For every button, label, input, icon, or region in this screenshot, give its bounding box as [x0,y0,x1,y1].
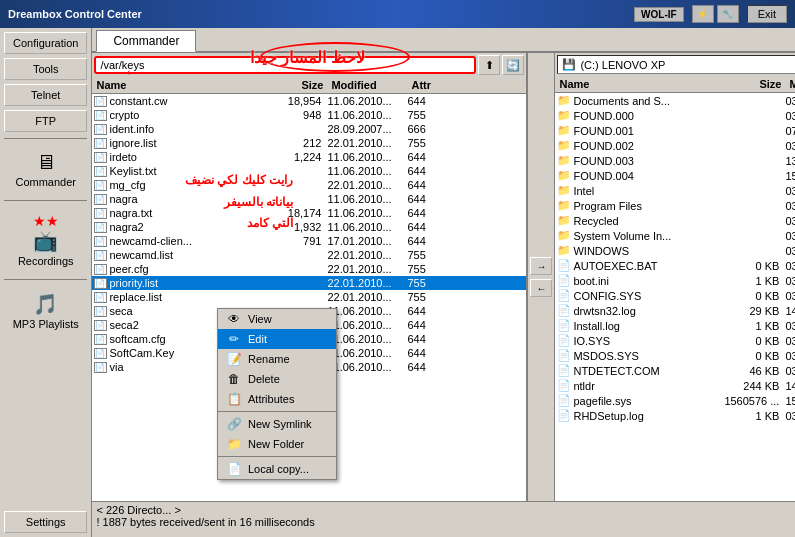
drive-selector[interactable]: 💾 (C:) LENOVO XP ▼ [557,55,795,74]
status-line-2: ! 1887 bytes received/sent in 16 millise… [96,516,795,528]
left-file-row[interactable]: 📄 newcamd.list 22.01.2010... 755 [92,248,526,262]
sidebar: Configuration Tools Telnet FTP 🖥 Command… [0,28,92,537]
col-attr-header: Attr [407,79,447,91]
ctx-new-symlink[interactable]: 🔗 New Symlink [218,414,336,434]
icon-btn-2[interactable]: 🔧 [717,5,739,23]
ctx-delete[interactable]: 🗑 Delete [218,369,336,389]
exit-button[interactable]: Exit [747,5,787,23]
transfer-left-btn[interactable]: ← [530,279,552,297]
new-symlink-icon: 🔗 [226,417,242,431]
ctx-rename[interactable]: 📝 Rename [218,349,336,369]
recordings-label: Recordings [18,255,74,267]
right-file-row[interactable]: 📄 pagefile.sys 1560576 ... 15/06/2010...… [555,393,795,408]
left-file-row[interactable]: 📄 ignore.list 212 22.01.2010... 755 [92,136,526,150]
sidebar-bottom: Settings [0,507,91,537]
right-file-row[interactable]: 📄 drwtsn32.log 29 KB 14/06/2010... A [555,303,795,318]
transfer-column: → ← [527,53,555,501]
left-file-row[interactable]: 📄 crypto 948 11.06.2010... 755 [92,108,526,122]
right-file-row[interactable]: 📁 FOUND.000 03/05/2010... HS [555,108,795,123]
drive-icon: 💾 [562,58,576,71]
right-file-row[interactable]: 📁 FOUND.003 13/06/2010... HS [555,153,795,168]
recordings-icon: 📺 [33,229,58,253]
right-file-row[interactable]: 📄 NTDETECT.COM 46 KB 03/05/2010... A [555,363,795,378]
right-file-row[interactable]: 📄 CONFIG.SYS 0 KB 03/05/2010... A [555,288,795,303]
mp3-icon: 🎵 [33,292,58,316]
col-size-header: Size [262,79,327,91]
left-file-row[interactable]: 📄 Keylist.txt 11.06.2010... 644 [92,164,526,178]
wol-badge: WOL-IF [634,7,684,22]
right-file-row[interactable]: 📁 System Volume In... 03/05/2010... HS [555,228,795,243]
sidebar-btn-tools[interactable]: Tools [4,58,87,80]
title-bar: Dreambox Control Center WOL-IF ⚡ 🔧 Exit [0,0,795,28]
right-file-row[interactable]: 📁 FOUND.001 07/06/2010... HS [555,123,795,138]
left-file-row[interactable]: 📄 nagra2 1,932 11.06.2010... 644 [92,220,526,234]
ctx-attributes-label: Attributes [248,393,294,405]
right-file-row[interactable]: 📁 FOUND.002 03/05/2010... HS [555,138,795,153]
right-file-row[interactable]: 📄 ntldr 244 KB 14/04/2008... A [555,378,795,393]
icon-group: ⚡ 🔧 [692,5,739,23]
tab-commander[interactable]: Commander [96,30,196,52]
left-file-row[interactable]: 📄 mg_cfg 22.01.2010... 644 [92,178,526,192]
left-file-row[interactable]: 📄 nagra.txt 18,174 11.06.2010... 644 [92,206,526,220]
right-file-row[interactable]: 📄 AUTOEXEC.BAT 0 KB 03/05/2010... A [555,258,795,273]
sidebar-item-commander[interactable]: 🖥 Commander [4,151,87,188]
rcol-name-header: Name [555,78,715,90]
right-file-row[interactable]: 📁 Recycled 03/05/2010... HS [555,213,795,228]
left-file-row[interactable]: 📄 priority.list 22.01.2010... 755 [92,276,526,290]
view-icon: 👁 [226,312,242,326]
left-path-text: /var/keys [100,59,144,71]
sidebar-item-recordings[interactable]: ★★ 📺 Recordings [4,213,87,267]
right-file-row[interactable]: 📄 RHDSetup.log 1 KB 03/05/2010... A [555,408,795,423]
left-file-row[interactable]: 📄 peer.cfg 22.01.2010... 755 [92,262,526,276]
left-file-row[interactable]: 📄 replace.list 22.01.2010... 755 [92,290,526,304]
left-file-row[interactable]: 📄 irdeto 1,224 11.06.2010... 644 [92,150,526,164]
ctx-edit-label: Edit [248,333,267,345]
left-file-row[interactable]: 📄 nagra 11.06.2010... 644 [92,192,526,206]
right-file-row[interactable]: 📄 IO.SYS 0 KB 03/05/2010... HS [555,333,795,348]
settings-button[interactable]: Settings [4,511,87,533]
star-icon: ★★ [33,213,59,229]
drive-label: (C:) LENOVO XP [580,59,665,71]
right-file-row[interactable]: 📄 boot.ini 1 KB 03/05/2010... HS [555,273,795,288]
left-file-row[interactable]: 📄 newcamd-clien... 791 17.01.2010... 644 [92,234,526,248]
right-panel-toolbar: 💾 (C:) LENOVO XP ▼ [555,53,795,76]
ctx-separator-1 [218,411,336,412]
right-file-row[interactable]: 📄 MSDOS.SYS 0 KB 03/05/2010... HS [555,348,795,363]
left-toolbar-icon-1[interactable]: ⬆ [478,55,500,75]
ctx-new-folder-label: New Folder [248,438,304,450]
sidebar-btn-ftp[interactable]: FTP [4,110,87,132]
ctx-new-symlink-label: New Symlink [248,418,312,430]
right-file-row[interactable]: 📁 WINDOWS 03/05/2010... [555,243,795,258]
sidebar-item-mp3[interactable]: 🎵 MP3 Playlists [4,292,87,330]
main-container: Configuration Tools Telnet FTP 🖥 Command… [0,28,795,537]
local-copy-icon: 📄 [226,462,242,476]
ctx-edit[interactable]: ✏ Edit [218,329,336,349]
ctx-view[interactable]: 👁 View [218,309,336,329]
right-file-list[interactable]: 📁 Documents and S... 03/05/2010... HS 📁 … [555,93,795,501]
right-file-row[interactable]: 📁 Intel 03/05/2010... [555,183,795,198]
delete-icon: 🗑 [226,372,242,386]
left-path-bar[interactable]: /var/keys [94,56,476,74]
status-bar: < 226 Directo... > ! 1887 bytes received… [92,501,795,537]
mp3-label: MP3 Playlists [13,318,79,330]
ctx-local-copy[interactable]: 📄 Local copy... [218,459,336,479]
ctx-local-copy-label: Local copy... [248,463,309,475]
title-bar-controls: WOL-IF ⚡ 🔧 Exit [634,5,787,23]
left-toolbar-icon-2[interactable]: 🔄 [502,55,524,75]
icon-btn-1[interactable]: ⚡ [692,5,714,23]
file-manager: Commander /var/keys ⬆ 🔄 Name Size Modifi… [92,28,795,537]
right-file-row[interactable]: 📁 Program Files 03/05/2010... R [555,198,795,213]
rename-icon: 📝 [226,352,242,366]
ctx-attributes[interactable]: 📋 Attributes [218,389,336,409]
panels-container: /var/keys ⬆ 🔄 Name Size Modified Attr 📄 … [92,53,795,501]
transfer-right-btn[interactable]: → [530,257,552,275]
left-file-row[interactable]: 📄 ident.info 28.09.2007... 666 [92,122,526,136]
left-file-row[interactable]: 📄 constant.cw 18,954 11.06.2010... 644 [92,94,526,108]
right-file-row[interactable]: 📄 Install.log 1 KB 03/05/2010... A [555,318,795,333]
right-file-row[interactable]: 📁 FOUND.004 15/06/2010... HS [555,168,795,183]
ctx-new-folder[interactable]: 📁 New Folder [218,434,336,454]
sidebar-btn-configuration[interactable]: Configuration [4,32,87,54]
right-file-header: Name Size Modified Attr [555,76,795,93]
right-file-row[interactable]: 📁 Documents and S... 03/05/2010... HS [555,93,795,108]
sidebar-btn-telnet[interactable]: Telnet [4,84,87,106]
